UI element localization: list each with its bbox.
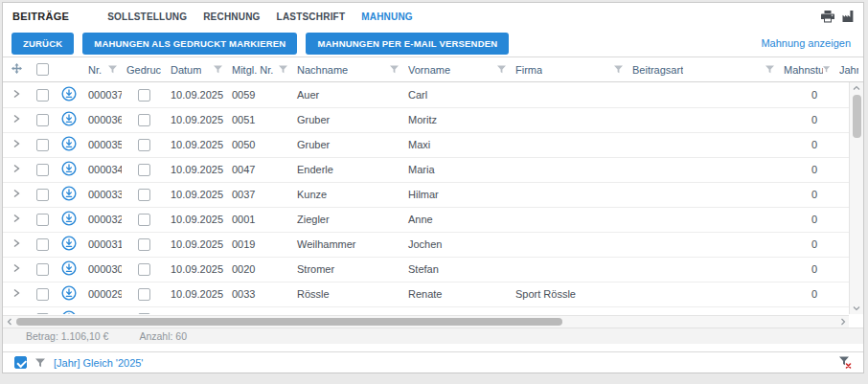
column-header-nr[interactable]: Nr. [83,57,122,82]
gedruckt-checkbox[interactable] [138,313,150,314]
scroll-up-icon[interactable] [850,82,864,94]
select-all-checkbox[interactable] [36,63,49,76]
expand-chevron-icon[interactable] [12,164,20,173]
expand-chevron-icon[interactable] [12,114,20,124]
download-icon[interactable] [61,86,77,102]
cell-nachname: Enderle [292,157,403,182]
row-checkbox[interactable] [36,313,49,314]
column-header-mahnstufe[interactable]: Mahnstufe [779,57,834,82]
mark-printed-button[interactable]: MAHUNGEN ALS GEDRUCKT MARKIEREN [82,33,297,55]
horizontal-scrollbar[interactable] [3,315,849,328]
cell-vorname: Moritz [403,107,511,132]
filter-expression[interactable]: [Jahr] Gleich '2025' [54,357,143,369]
column-label: Vorname [408,64,450,76]
row-checkbox[interactable] [36,288,49,301]
table-row[interactable]: 000033 10.09.2025 0037 Kunze Hilmar 0 [3,182,863,207]
cell-vorname: Hilmar [403,182,511,207]
gedruckt-checkbox[interactable] [138,238,150,251]
row-checkbox[interactable] [36,238,49,251]
table-row[interactable]: 000028 10.09.2025 0027 Bickert Sebastian… [3,306,863,314]
gedruckt-checkbox[interactable] [138,189,150,201]
column-header-beitragsart[interactable]: Beitragsart [628,57,779,82]
row-checkbox[interactable] [36,139,49,151]
gedruckt-checkbox[interactable] [138,139,150,151]
download-icon[interactable] [61,211,77,226]
table-row[interactable]: 000031 10.09.2025 0019 Weilhammer Jochen… [3,232,863,257]
tab-lastschrift[interactable]: LASTSCHRIFT [277,11,346,22]
horizontal-scrollbar-thumb[interactable] [16,318,562,326]
download-icon[interactable] [61,260,77,276]
column-header-nachname[interactable]: Nachname [292,57,403,82]
gedruckt-checkbox[interactable] [138,114,150,126]
column-header-select[interactable] [30,57,55,82]
download-icon[interactable] [61,111,77,126]
column-header-firma[interactable]: Firma [511,57,628,82]
download-icon[interactable] [61,285,77,301]
expand-chevron-icon[interactable] [12,313,20,314]
back-button[interactable]: ZURÜCK [11,33,74,55]
filter-enabled-checkbox[interactable] [14,356,27,369]
download-icon[interactable] [61,310,77,314]
factory-icon[interactable] [842,11,854,22]
table-row[interactable]: 000032 10.09.2025 0001 Ziegler Anne 0 [3,207,863,232]
print-icon[interactable] [821,11,834,23]
scroll-right-icon[interactable] [836,316,849,328]
filter-icon[interactable] [390,65,399,74]
download-icon[interactable] [61,161,77,176]
filter-icon[interactable] [279,65,287,74]
gedruckt-checkbox[interactable] [138,288,150,301]
anzahl-summary: Anzahl: 60 [139,330,187,342]
column-header-gedruckt[interactable]: Gedruckt [122,57,166,82]
gedruckt-checkbox[interactable] [138,263,150,276]
filter-icon[interactable] [214,65,222,74]
filter-icon[interactable] [765,65,774,74]
download-icon[interactable] [61,236,77,251]
cell-beitragsart [628,306,779,314]
expand-chevron-icon[interactable] [12,288,20,298]
scroll-down-icon[interactable] [850,303,864,314]
move-icon[interactable] [11,63,22,74]
tab-mahnung[interactable]: MAHNUNG [361,11,413,22]
scroll-left-icon[interactable] [3,316,15,328]
show-mahnung-link[interactable]: Mahnung anzeigen [761,37,851,49]
expand-chevron-icon[interactable] [12,89,20,99]
column-header-mitgl_nr[interactable]: Mitgl. Nr. [227,57,292,82]
expand-chevron-icon[interactable] [12,238,20,248]
cell-mahnstufe: 0 [779,306,834,314]
row-checkbox[interactable] [36,89,49,102]
tab-sollstellung[interactable]: SOLLSTELLUNG [107,11,187,22]
expand-chevron-icon[interactable] [12,214,20,223]
gedruckt-checkbox[interactable] [138,164,150,176]
download-icon[interactable] [61,186,77,201]
filter-icon[interactable] [497,65,506,74]
send-email-button[interactable]: MAHNUNGEN PER E-MAIL VERSENDEN [306,33,509,55]
gedruckt-checkbox[interactable] [138,214,150,226]
row-checkbox[interactable] [36,263,49,276]
table-row[interactable]: 000035 10.09.2025 0050 Gruber Maxi 0 [3,132,863,157]
vertical-scrollbar-thumb[interactable] [853,95,861,138]
row-checkbox[interactable] [36,214,49,226]
filter-icon[interactable] [108,65,117,74]
column-header-datum[interactable]: Datum [166,57,227,82]
vertical-scrollbar[interactable] [849,82,863,314]
table-row[interactable]: 000030 10.09.2025 0020 Stromer Stefan 0 [3,257,863,282]
table-row[interactable]: 000037 10.09.2025 0059 Auer Carl 0 [3,82,863,107]
expand-chevron-icon[interactable] [12,189,20,198]
column-header-expand[interactable] [3,57,30,82]
column-header-jahr[interactable]: Jahr [834,57,863,82]
table-row[interactable]: 000034 10.09.2025 0047 Enderle Maria 0 [3,157,863,182]
row-checkbox[interactable] [36,114,49,126]
table-row[interactable]: 000029 10.09.2025 0033 Rössle Renate Spo… [3,282,863,306]
download-icon[interactable] [61,136,77,151]
filter-icon[interactable] [823,65,830,74]
row-checkbox[interactable] [36,189,49,201]
clear-filter-icon[interactable] [839,356,852,369]
gedruckt-checkbox[interactable] [138,89,150,102]
column-header-vorname[interactable]: Vorname [403,57,511,82]
expand-chevron-icon[interactable] [12,139,20,148]
tab-rechnung[interactable]: RECHNUNG [203,11,260,22]
row-checkbox[interactable] [36,164,49,176]
expand-chevron-icon[interactable] [12,263,20,273]
table-row[interactable]: 000036 10.09.2025 0051 Gruber Moritz 0 [3,107,863,132]
filter-icon[interactable] [614,65,623,74]
